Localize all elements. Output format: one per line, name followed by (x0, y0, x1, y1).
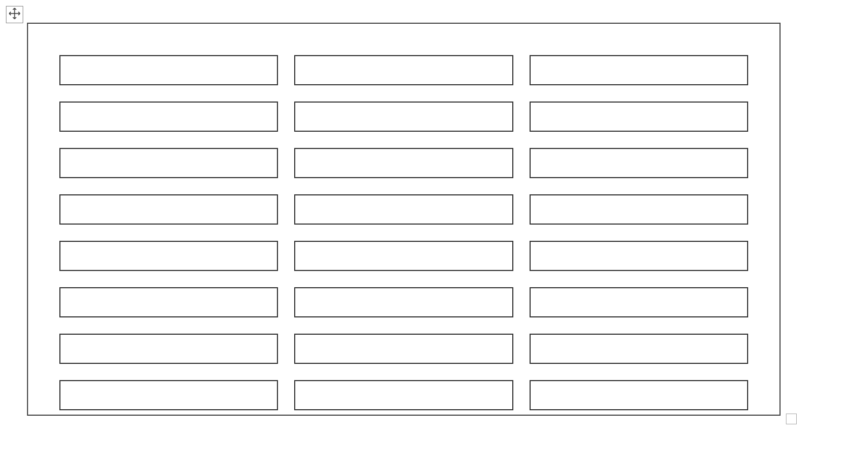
move-handle[interactable] (6, 6, 23, 23)
table-cell[interactable] (59, 101, 278, 132)
table-cell[interactable] (294, 241, 513, 271)
table-row[interactable] (59, 287, 748, 317)
table-cell[interactable] (530, 287, 748, 317)
resize-handle[interactable] (786, 414, 797, 424)
table-cell[interactable] (294, 55, 513, 85)
table-cell[interactable] (59, 380, 278, 410)
table-row[interactable] (59, 101, 748, 132)
table-row[interactable] (59, 194, 748, 225)
table-row[interactable] (59, 380, 748, 410)
table-cell[interactable] (59, 55, 278, 85)
table-row[interactable] (59, 241, 748, 271)
table-cell[interactable] (294, 380, 513, 410)
table-cell[interactable] (530, 380, 748, 410)
table-cell[interactable] (59, 287, 278, 317)
table-cell[interactable] (294, 148, 513, 178)
table-container[interactable] (27, 23, 781, 416)
table-row[interactable] (59, 148, 748, 178)
table-cell[interactable] (530, 55, 748, 85)
table-cell[interactable] (294, 101, 513, 132)
table-cell[interactable] (530, 334, 748, 364)
table-cell[interactable] (59, 148, 278, 178)
table-row[interactable] (59, 55, 748, 85)
table-row[interactable] (59, 334, 748, 364)
table-cell[interactable] (294, 334, 513, 364)
grid-table[interactable] (43, 39, 764, 426)
table-cell[interactable] (530, 148, 748, 178)
table-cell[interactable] (59, 334, 278, 364)
table-cell[interactable] (530, 241, 748, 271)
table-cell[interactable] (294, 287, 513, 317)
move-icon (8, 7, 21, 22)
table-cell[interactable] (59, 241, 278, 271)
table-cell[interactable] (294, 194, 513, 225)
table-cell[interactable] (530, 194, 748, 225)
table-cell[interactable] (59, 194, 278, 225)
table-cell[interactable] (530, 101, 748, 132)
